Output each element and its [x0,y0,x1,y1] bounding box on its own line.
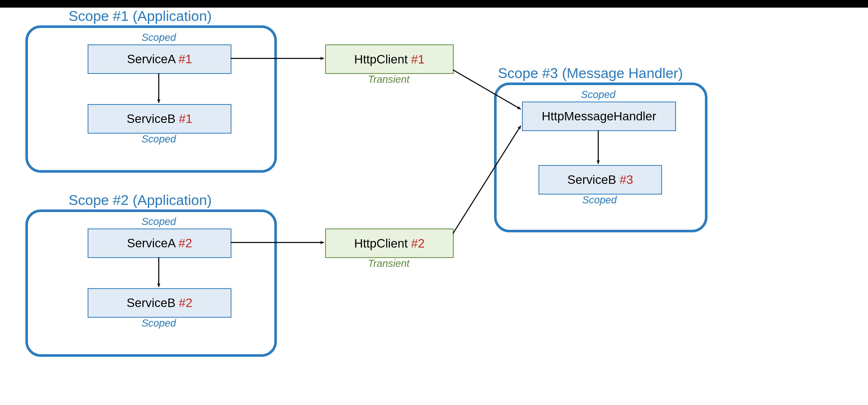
scope2-title: Scope #2 (Application) [69,192,212,208]
serviceA1-name: ServiceA [127,52,179,66]
serviceA1-lifetime: Scoped [88,32,230,43]
serviceB3-lifetime: Scoped [538,194,660,206]
serviceB2-name: ServiceB [127,296,179,310]
serviceB1-name: ServiceB [127,112,179,125]
serviceB3-name: ServiceB [567,173,620,186]
httpMsgHandler-lifetime: Scoped [522,89,675,100]
node-httpMsgHandler: HttpMessageHandler [522,101,676,131]
scope3-title: Scope #3 (Message Handler) [498,65,683,81]
httpMsgHandler-name: HttpMessageHandler [542,110,656,123]
serviceB1-lifetime: Scoped [88,133,230,145]
node-httpClient2: HttpClient #2 [325,228,454,258]
node-serviceB2: ServiceB #2 [88,288,231,318]
httpClient1-idx: #1 [411,53,425,66]
serviceB2-lifetime: Scoped [88,317,230,329]
httpClient1-lifetime: Transient [325,74,452,85]
httpClient2-lifetime: Transient [325,258,452,269]
scope1-title: Scope #1 (Application) [69,8,212,24]
serviceA2-name: ServiceA [127,237,179,250]
serviceA2-lifetime: Scoped [88,216,230,227]
node-serviceA1: ServiceA #1 [88,44,231,74]
serviceA2-idx: #2 [179,237,192,250]
httpClient1-name: HttpClient [354,53,411,66]
node-serviceA2: ServiceA #2 [88,228,231,258]
httpClient2-idx: #2 [411,237,425,250]
serviceA1-idx: #1 [179,52,192,66]
node-httpClient1: HttpClient #1 [325,44,454,74]
node-serviceB1: ServiceB #1 [88,104,231,133]
diagram-stage: Scope #1 (Application) Scoped ServiceA #… [0,0,868,405]
httpClient2-name: HttpClient [354,237,411,250]
serviceB2-idx: #2 [179,296,192,310]
serviceB3-idx: #3 [620,173,633,186]
node-serviceB3: ServiceB #3 [538,165,662,194]
serviceB1-idx: #1 [179,112,192,125]
